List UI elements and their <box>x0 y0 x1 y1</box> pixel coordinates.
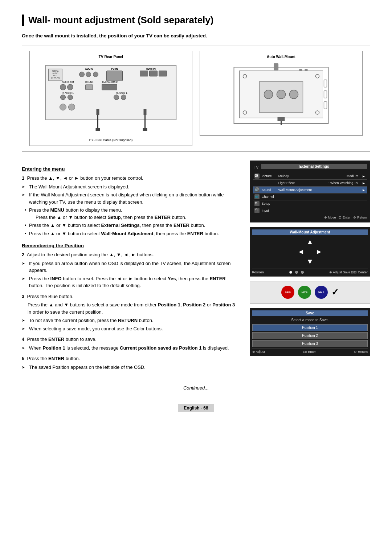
step-5-block: 5 Press the ENTER button. The saved Posi… <box>22 355 239 371</box>
save-title: Save <box>252 310 368 316</box>
tv-rear-panel-svg: DIGITAL AUDIO OUT (OPTICAL) AUDIO PC IN … <box>33 62 188 134</box>
svg-text:(OPTICAL): (OPTICAL) <box>51 77 60 79</box>
tv-label: T V <box>253 166 258 170</box>
svg-rect-47 <box>274 64 278 70</box>
section-entering-menu: Entering the menu <box>22 166 239 172</box>
step-1-arrow-1: The Wall Mount Adjustment screen is disp… <box>22 183 239 191</box>
mts-label: MTS <box>301 291 307 294</box>
page-title: Wall- mount adjustment (Sold separately) <box>22 15 370 26</box>
svg-text:EX-LINK: EX-LINK <box>85 81 93 83</box>
svg-rect-15 <box>159 71 167 76</box>
menu-item-wall-mount: 🔊 Sound Wall-Mount Adjustment ► <box>253 187 367 193</box>
pos-dot-3 <box>301 271 304 274</box>
wall-mount-svg <box>204 62 359 131</box>
position-bar: Position ⊕ Adjust Save ⊡⊡ Center <box>252 269 368 274</box>
step-2-arrow-1: If you press an arrow button when no OSD… <box>22 260 239 274</box>
svg-rect-21 <box>86 85 93 90</box>
save-nav-enter: ⊡/ Enter <box>303 350 316 354</box>
svg-rect-13 <box>140 71 148 76</box>
dma-button: DMA <box>315 286 328 299</box>
svg-rect-35 <box>96 128 100 131</box>
svg-rect-48 <box>299 69 302 71</box>
step-4-text: 4 Press the ENTER button to save. <box>22 336 239 343</box>
svg-point-29 <box>60 104 66 110</box>
step-2-number: 2 <box>22 252 24 257</box>
main-instructions: Entering the menu 1 Press the ▲, ▼, ◄ or… <box>22 160 239 374</box>
svg-rect-52 <box>324 102 327 109</box>
direction-arrows: ▲ ◄ ► ▼ <box>252 238 368 266</box>
save-nav-adjust: ⊕ Adjust <box>252 350 265 354</box>
svg-rect-53 <box>278 117 285 121</box>
spacer-icon <box>254 180 260 186</box>
svg-point-20 <box>68 84 73 90</box>
lr-arrows-row: ◄ ► <box>297 248 323 256</box>
page-subtitle: Once the wall mount is installed, the po… <box>22 33 370 38</box>
svg-point-45 <box>277 90 286 99</box>
menu-item-channel: 📺 Channel <box>253 193 367 200</box>
channel-icon: 📺 <box>254 194 260 199</box>
step-3-arrow-1: To not save the current position, press … <box>22 317 239 324</box>
svg-point-46 <box>290 90 298 99</box>
menu-item-input: 🔌 Input <box>253 207 367 214</box>
position-dots <box>289 271 304 274</box>
step-1-block: 1 Press the ▲, ▼, ◄ or ► button on your … <box>22 175 239 237</box>
sound-icon: 🔊 <box>254 187 260 192</box>
menu-item-setup: ⚙ Setup <box>253 200 367 207</box>
save-position-2: Position 2 <box>252 332 368 339</box>
tv-rear-panel-label: TV Rear Panel <box>33 55 188 59</box>
step-5-number: 5 <box>22 356 24 361</box>
step-1-number: 1 <box>22 175 24 181</box>
checkmark-icon: ✓ <box>331 287 339 297</box>
svg-rect-51 <box>324 91 327 98</box>
melody-value: Medium <box>347 174 358 178</box>
wall-mount-adj-panel: Wall-Mount Adjustment ▲ ◄ ► ▼ Position ⊕… <box>250 227 370 277</box>
tv-rear-panel-diagram: TV Rear Panel DIGITAL AUDIO OUT (OPTICAL… <box>29 51 192 146</box>
sound-label: Sound <box>262 188 276 192</box>
mts-button: MTS <box>298 286 311 299</box>
down-arrow: ▼ <box>306 257 314 266</box>
wall-mount-adj-label: Wall-Mount Adjustment <box>278 188 358 192</box>
color-buttons-panel: SRS MTS DMA ✓ <box>250 281 370 303</box>
svg-text:AUDIO: AUDIO <box>85 68 93 70</box>
step-4-block: 4 Press the ENTER button to save. When P… <box>22 336 239 351</box>
step-4-arrow-1: When Position 1 is selected, the message… <box>22 345 239 352</box>
srs-button: SRS <box>281 286 294 299</box>
svg-rect-31 <box>97 109 99 115</box>
arrow-right-icon: ► <box>362 174 366 178</box>
svg-point-30 <box>69 104 75 110</box>
step-1-bullet-2: Press the ▲ or ▼ button to select Extern… <box>22 222 239 229</box>
step-3-text: 3 Press the Blue button. <box>22 293 239 300</box>
step-3-arrow-2: When selecting a save mode, you cannot u… <box>22 325 239 333</box>
up-arrow: ▲ <box>306 238 314 246</box>
svg-point-27 <box>114 95 119 100</box>
step-1-arrow-2: If the Wall Mount Adjustment screen is n… <box>22 191 239 205</box>
input-label: Input <box>262 209 269 212</box>
right-arrow: ► <box>315 248 323 256</box>
tv-panel-nav: ⊕ Move ⊡ Enter ⊙ Return <box>253 216 367 219</box>
svg-rect-8 <box>107 71 123 81</box>
arrow-right-icon2: ► <box>362 181 366 185</box>
save-position-3: Position 3 <box>252 340 368 347</box>
external-settings-title: External Settings <box>261 164 367 169</box>
save-panel: Save Select a mode to Save. Position 1 P… <box>250 308 370 356</box>
save-nav: ⊕ Adjust ⊡/ Enter ⊙ Return <box>252 349 368 354</box>
footer-label: English - 68 <box>178 404 214 412</box>
dma-label: DMA <box>318 291 324 294</box>
svg-text:AUDIO OUT: AUDIO OUT <box>62 81 74 83</box>
nav-return: ⊙ Return <box>353 216 367 219</box>
svg-point-26 <box>68 95 73 100</box>
setup-icon: ⚙ <box>254 201 260 206</box>
melody-label: Melody <box>278 174 344 178</box>
side-panels: T V External Settings 🖼 Picture Melody M… <box>250 160 370 374</box>
picture-icon: 🖼 <box>254 174 260 179</box>
svg-point-28 <box>121 95 126 100</box>
step-5-arrow-1: The saved Position appears on the left s… <box>22 364 239 371</box>
save-label: Select a mode to Save. <box>252 318 368 322</box>
svg-rect-50 <box>324 80 327 87</box>
step-1-text: 1 Press the ▲, ▼, ◄ or ► button on your … <box>22 175 239 182</box>
input-icon: 🔌 <box>254 208 260 213</box>
pos-dot-1 <box>289 271 292 274</box>
step-2-block: 2 Adjust to the desired position using t… <box>22 251 239 289</box>
svg-text:R-AUDIO-L: R-AUDIO-L <box>116 92 127 94</box>
step-4-number: 4 <box>22 337 24 342</box>
